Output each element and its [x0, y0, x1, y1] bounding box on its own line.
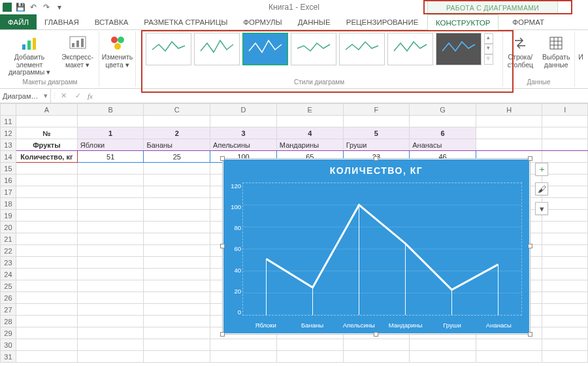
- cell[interactable]: 51: [77, 151, 144, 163]
- col-header[interactable]: E: [276, 104, 343, 116]
- tab-formulas[interactable]: ФОРМУЛЫ: [235, 14, 289, 29]
- col-header[interactable]: B: [77, 104, 144, 116]
- cell[interactable]: 1: [77, 127, 144, 139]
- save-icon[interactable]: 💾: [16, 3, 25, 12]
- fx-icon[interactable]: fx: [88, 92, 93, 100]
- formula-bar: Диаграм… ▾ ⋮ ✕ ✓ fx: [0, 89, 588, 103]
- tab-design[interactable]: КОНСТРУКТОР: [427, 14, 498, 31]
- cell[interactable]: Фрукты: [16, 139, 77, 151]
- chart-style-3[interactable]: [242, 33, 288, 65]
- chart-style-7[interactable]: [436, 33, 482, 65]
- col-header[interactable]: F: [343, 104, 410, 116]
- tab-page-layout[interactable]: РАЗМЕТКА СТРАНИЦЫ: [136, 14, 235, 29]
- cell[interactable]: 6: [410, 127, 476, 139]
- svg-rect-0: [22, 44, 25, 50]
- chart-filter-button[interactable]: ▾: [535, 202, 548, 215]
- col-header[interactable]: A: [16, 104, 77, 116]
- group-label-styles: Стили диаграмм: [294, 78, 344, 86]
- col-header[interactable]: C: [144, 104, 210, 116]
- quick-layout-icon: [69, 34, 87, 52]
- chart-style-5[interactable]: [339, 33, 385, 65]
- resize-handle[interactable]: [528, 156, 532, 161]
- chevron-down-icon[interactable]: ▾: [44, 92, 48, 100]
- contextual-tab-header: РАБОТА С ДИАГРАММАМИ: [427, 0, 558, 14]
- resize-handle[interactable]: [220, 156, 225, 161]
- resize-handle[interactable]: [528, 332, 532, 337]
- chart-type-icon: [572, 34, 588, 52]
- redo-icon[interactable]: ↷: [42, 3, 51, 12]
- col-header[interactable]: I: [542, 104, 588, 116]
- undo-icon[interactable]: ↶: [29, 3, 38, 12]
- svg-rect-4: [72, 43, 74, 47]
- cell[interactable]: 2: [144, 127, 210, 139]
- qat-customize-icon[interactable]: ▾: [55, 3, 64, 12]
- tab-format[interactable]: ФОРМАТ: [498, 14, 558, 30]
- change-colors-button[interactable]: Изменить цвета ▾: [99, 33, 135, 70]
- cell[interactable]: Мандарины: [276, 139, 343, 151]
- gallery-spinner[interactable]: ▴▾▿: [484, 33, 493, 65]
- cell[interactable]: Ананасы: [410, 139, 476, 151]
- chart-style-2[interactable]: [194, 33, 240, 65]
- cell[interactable]: Бананы: [144, 139, 210, 151]
- quick-layout-button[interactable]: Экспресс- макет ▾: [59, 33, 96, 78]
- add-chart-element-button[interactable]: Добавить элемент диаграммы ▾: [4, 33, 55, 78]
- cell[interactable]: Количество, кг: [16, 151, 77, 163]
- cell[interactable]: Груши: [343, 139, 410, 151]
- app-icon[interactable]: [3, 3, 12, 12]
- chart-style-4[interactable]: [291, 33, 336, 65]
- svg-rect-6: [81, 39, 84, 47]
- y-axis-labels: 120 100 80 60 40 20 0: [227, 182, 241, 316]
- cell[interactable]: 25: [144, 151, 210, 163]
- cell[interactable]: 5: [343, 127, 410, 139]
- chevron-down-icon: ▾: [484, 44, 493, 54]
- resize-handle[interactable]: [374, 156, 378, 161]
- group-label-layouts: Макеты диаграмм: [23, 78, 78, 86]
- resize-handle[interactable]: [220, 244, 225, 248]
- group-label-data: Данные: [527, 78, 550, 86]
- switch-row-column-button[interactable]: Строка/ столбец: [505, 33, 536, 70]
- tab-review[interactable]: РЕЦЕНЗИРОВАНИЕ: [338, 14, 427, 29]
- chart-title[interactable]: КОЛИЧЕСТВО, КГ: [223, 159, 530, 178]
- resize-handle[interactable]: [528, 244, 532, 248]
- add-chart-element-icon: [20, 34, 39, 52]
- chart-elements-button[interactable]: ＋: [535, 163, 548, 176]
- select-all-corner[interactable]: [1, 104, 16, 116]
- cell[interactable]: Апельсины: [210, 139, 277, 151]
- cell[interactable]: 4: [276, 127, 343, 139]
- x-axis-labels: Яблоки Бананы Апельсины Мандарины Груши …: [242, 322, 522, 329]
- tab-insert[interactable]: ВСТАВКА: [87, 14, 137, 29]
- tab-data[interactable]: ДАННЫЕ: [290, 14, 338, 29]
- select-data-button[interactable]: Выбрать данные: [540, 33, 572, 70]
- chevron-up-icon: ▴: [484, 33, 493, 44]
- chart-style-1[interactable]: [146, 33, 191, 65]
- name-box[interactable]: Диаграм… ▾: [0, 89, 51, 103]
- col-header[interactable]: G: [410, 104, 476, 116]
- quick-access-toolbar: 💾 ↶ ↷ ▾ Книга1 - Excel РАБОТА С ДИАГРАММ…: [0, 0, 588, 14]
- tab-file[interactable]: ФАЙЛ: [0, 14, 37, 29]
- chart-styles-button[interactable]: 🖌: [535, 182, 548, 195]
- cell[interactable]: 3: [210, 127, 277, 139]
- more-icon: ▿: [484, 54, 493, 65]
- cell[interactable]: №: [16, 127, 77, 139]
- resize-handle[interactable]: [374, 332, 378, 337]
- svg-rect-2: [33, 38, 36, 50]
- resize-handle[interactable]: [220, 332, 225, 337]
- chart-style-6[interactable]: [387, 33, 433, 65]
- col-header[interactable]: D: [210, 104, 277, 116]
- tab-home[interactable]: ГЛАВНАЯ: [37, 14, 87, 29]
- col-header[interactable]: H: [476, 104, 542, 116]
- cancel-icon[interactable]: ✕: [56, 90, 71, 103]
- svg-point-8: [118, 37, 124, 43]
- change-colors-icon: [108, 34, 127, 52]
- svg-rect-5: [76, 41, 79, 47]
- switch-rowcol-icon: [511, 34, 529, 52]
- enter-icon[interactable]: ✓: [71, 90, 85, 103]
- cell[interactable]: Яблоки: [77, 139, 144, 151]
- formula-input[interactable]: [97, 89, 588, 103]
- svg-rect-1: [27, 41, 31, 50]
- chart-object[interactable]: КОЛИЧЕСТВО, КГ 120 100 80 60 40 20 0 Ябл…: [222, 158, 531, 335]
- ribbon-tabs: ФАЙЛ ГЛАВНАЯ ВСТАВКА РАЗМЕТКА СТРАНИЦЫ Ф…: [0, 14, 588, 30]
- worksheet-grid[interactable]: A B C D E F G H I 11 12 № 1 2 3 4 5 6 13…: [0, 103, 588, 366]
- change-chart-type-button[interactable]: И: [569, 33, 588, 63]
- plot-area[interactable]: [242, 182, 522, 316]
